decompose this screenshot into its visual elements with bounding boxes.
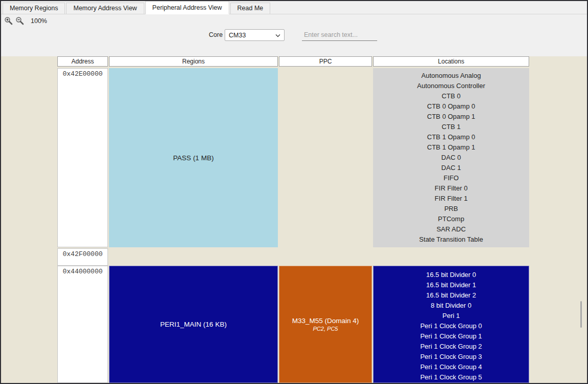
core-select[interactable]: CM33	[225, 29, 285, 41]
core-select-value: CM33	[229, 32, 246, 39]
tab-bar: Memory Regions Memory Address View Perip…	[1, 1, 587, 14]
location-item: FIR Filter 1	[373, 194, 529, 204]
header-address: Address	[57, 56, 108, 67]
location-item: PRB	[373, 204, 529, 214]
address-cell-0x42E00000: 0x42E00000	[57, 68, 108, 247]
locations-block-pass[interactable]: Autonomous AnalogAutonomous ControllerCT…	[373, 68, 529, 247]
ppc-label: M33_M55 (Domain 4)	[292, 317, 359, 325]
chevron-down-icon	[275, 32, 280, 39]
location-item: 8 bit Divider 0	[374, 301, 529, 311]
tab-memory-regions[interactable]: Memory Regions	[3, 3, 65, 14]
header-regions: Regions	[109, 56, 278, 67]
location-item: FIR Filter 0	[373, 183, 529, 194]
vertical-scrollbar-thumb[interactable]	[580, 301, 582, 328]
location-item: Peri 1	[374, 311, 529, 321]
tab-read-me[interactable]: Read Me	[230, 3, 271, 14]
location-item: SAR ADC	[373, 224, 529, 234]
region-block-pass[interactable]: PASS (1 MB)	[109, 68, 278, 247]
zoom-level: 100%	[31, 17, 47, 25]
location-item: 16.5 bit Divider 0	[374, 270, 529, 280]
header-ppc: PPC	[279, 56, 372, 67]
region-label: PERI1_MAIN (16 KB)	[160, 321, 227, 328]
location-item: PTComp	[373, 214, 529, 224]
ppc-sublabel: PC2, PC5	[313, 326, 338, 332]
search-input[interactable]	[302, 29, 377, 41]
controls-row: Core CM33	[1, 29, 587, 41]
location-item: 16.5 bit Divider 1	[374, 280, 529, 290]
tab-memory-address-view[interactable]: Memory Address View	[66, 3, 144, 14]
region-label: PASS (1 MB)	[173, 154, 213, 162]
ppc-block-m33-m55[interactable]: M33_M55 (Domain 4) PC2, PC5	[279, 266, 372, 383]
location-item: State Transition Table	[373, 234, 529, 245]
zoom-out-icon[interactable]	[15, 16, 25, 26]
core-label: Core	[209, 31, 223, 38]
location-item: Peri 1 Clock Group 3	[374, 352, 529, 362]
location-item: Peri 1 Clock Group 2	[374, 342, 529, 352]
location-item: DAC 0	[373, 153, 529, 163]
tab-peripheral-address-view[interactable]: Peripheral Address View	[145, 1, 229, 14]
location-item: CTB 1	[373, 122, 529, 132]
location-item: CTB 0 Opamp 1	[373, 112, 529, 122]
location-item: CTB 1 Opamp 0	[373, 132, 529, 142]
region-block-peri1-main[interactable]: PERI1_MAIN (16 KB)	[109, 266, 278, 383]
location-item: FIFO	[373, 173, 529, 183]
location-item: CTB 0	[373, 91, 529, 101]
location-item: CTB 0 Opamp 0	[373, 101, 529, 112]
address-cell-0x44000000: 0x44000000	[57, 266, 108, 383]
location-item: 16.5 bit Divider 2	[374, 290, 529, 301]
address-cell-0x42F00000: 0x42F00000	[57, 248, 108, 266]
location-item: Peri 1 Clock Group 4	[374, 362, 529, 372]
location-item: Peri 1 Clock Group 0	[374, 321, 529, 331]
zoom-toolbar: 100%	[4, 15, 47, 27]
location-item: DAC 1	[373, 163, 529, 173]
location-item: CTB 1 Opamp 1	[373, 142, 529, 153]
zoom-in-icon[interactable]	[4, 16, 13, 26]
header-locations: Locations	[373, 56, 529, 67]
app-window: Memory Regions Memory Address View Perip…	[0, 0, 588, 384]
locations-block-peri1[interactable]: 16.5 bit Divider 016.5 bit Divider 116.5…	[373, 266, 529, 383]
location-item: Autonomous Analog	[373, 71, 529, 81]
top-bar: Memory Regions Memory Address View Perip…	[1, 1, 587, 56]
location-item: Peri 1 Clock Group 5	[374, 372, 529, 382]
location-item: Peri 1 Clock Group 1	[374, 331, 529, 342]
location-item: Autonomous Controller	[373, 81, 529, 91]
